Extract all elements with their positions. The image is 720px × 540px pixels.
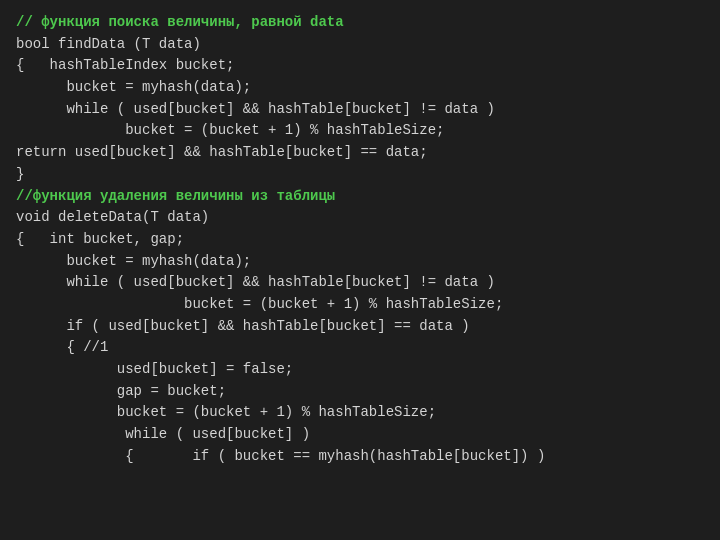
code-line: { if ( bucket == myhash(hashTable[bucket… bbox=[16, 448, 545, 464]
code-line: } bbox=[16, 166, 24, 182]
code-comment: //функция удаления величины из таблицы bbox=[16, 188, 335, 204]
code-display: // функция поиска величины, равной data … bbox=[0, 0, 720, 540]
code-line: { int bucket, gap; bbox=[16, 231, 184, 247]
code-line: bucket = (bucket + 1) % hashTableSize; bbox=[16, 122, 444, 138]
code-line: bucket = (bucket + 1) % hashTableSize; bbox=[16, 296, 503, 312]
code-comment: // функция поиска величины, равной data bbox=[16, 14, 344, 30]
code-line: bool findData (T data) bbox=[16, 36, 201, 52]
code-line: while ( used[bucket] && hashTable[bucket… bbox=[16, 101, 495, 117]
code-line: bucket = myhash(data); bbox=[16, 79, 251, 95]
code-line: while ( used[bucket] ) bbox=[16, 426, 310, 442]
code-line: { //1 bbox=[16, 339, 108, 355]
code-line: return used[bucket] && hashTable[bucket]… bbox=[16, 144, 428, 160]
code-line: bucket = myhash(data); bbox=[16, 253, 251, 269]
code-line: while ( used[bucket] && hashTable[bucket… bbox=[16, 274, 495, 290]
code-line: void deleteData(T data) bbox=[16, 209, 209, 225]
code-line: bucket = (bucket + 1) % hashTableSize; bbox=[16, 404, 436, 420]
code-line: used[bucket] = false; bbox=[16, 361, 293, 377]
code-line: { hashTableIndex bucket; bbox=[16, 57, 234, 73]
code-line: gap = bucket; bbox=[16, 383, 226, 399]
code-line: if ( used[bucket] && hashTable[bucket] =… bbox=[16, 318, 470, 334]
